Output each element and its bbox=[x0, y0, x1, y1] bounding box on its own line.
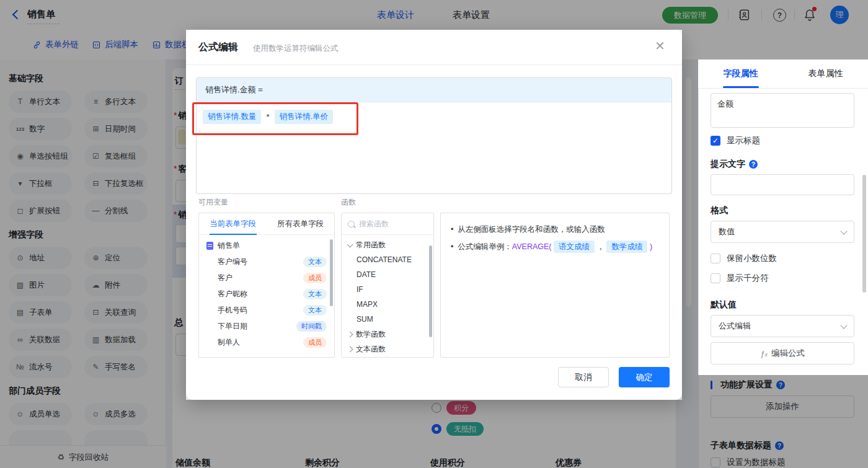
variable-field-name: 下单日期 bbox=[218, 321, 296, 332]
field-type-badge: 成员 bbox=[303, 337, 327, 348]
variable-field-row[interactable]: 下单日期时间戳 bbox=[199, 318, 334, 334]
search-icon bbox=[348, 221, 355, 227]
function-group-name: 文本函数 bbox=[356, 344, 386, 355]
checkbox-checked-icon[interactable]: ✓ bbox=[711, 136, 720, 146]
format-select[interactable]: 数值 bbox=[711, 221, 854, 243]
app-window: 销售单 表单设计 表单设置 数据管理 ? 理 表单外链 后端脚本 数据权限 bbox=[0, 0, 868, 468]
field-type-badge: 文本 bbox=[303, 257, 327, 267]
tab-field-properties[interactable]: 字段属性 bbox=[698, 60, 783, 88]
thousand-separator-checkbox-row[interactable]: 显示千分符 bbox=[711, 273, 769, 284]
function-group-row[interactable]: 常用函数 bbox=[342, 237, 433, 252]
function-item-row[interactable]: MAPX bbox=[342, 297, 433, 312]
modal-overlay[interactable] bbox=[698, 375, 868, 468]
modal-title: 公式编辑 bbox=[198, 41, 238, 54]
field-type-badge: 文本 bbox=[303, 305, 327, 316]
example-chip: 数学成绩 bbox=[606, 241, 647, 253]
function-item-row[interactable]: CONCATENATE bbox=[342, 252, 433, 267]
formula-editor-box: 销售详情.金额 = 销售详情.数量*销售详情.单价 bbox=[196, 77, 672, 194]
checkbox-unchecked-icon[interactable] bbox=[711, 254, 720, 263]
example-chip: 语文成绩 bbox=[554, 241, 595, 253]
close-icon[interactable]: ✕ bbox=[655, 40, 665, 52]
tab-current-form-fields[interactable]: 当前表单字段 bbox=[199, 213, 267, 234]
hint-text-input[interactable] bbox=[711, 174, 854, 195]
drawer-scrollbar[interactable] bbox=[862, 175, 866, 293]
function-item-row[interactable]: SUM bbox=[342, 312, 433, 327]
fx-icon: ƒx bbox=[760, 349, 768, 358]
variable-field-name: 客户昵称 bbox=[218, 289, 303, 299]
chevron-down-icon bbox=[840, 322, 847, 329]
confirm-button[interactable]: 确定 bbox=[619, 367, 670, 387]
annotation-highlight-rect bbox=[192, 102, 358, 135]
variable-field-name: 客户 bbox=[218, 273, 303, 283]
variable-field-row[interactable]: 客户昵称文本 bbox=[199, 286, 334, 302]
variable-field-row[interactable]: 客户编号文本 bbox=[199, 254, 334, 270]
help-icon[interactable]: ? bbox=[749, 160, 758, 169]
variable-field-row[interactable]: 手机号码文本 bbox=[199, 302, 334, 318]
show-title-checkbox-row[interactable]: ✓ 显示标题 bbox=[711, 135, 760, 146]
variable-tree-root[interactable]: 销售单 bbox=[199, 237, 334, 254]
modal-header-divider bbox=[186, 64, 682, 65]
tab-form-properties[interactable]: 表单属性 bbox=[783, 60, 868, 88]
function-item-row[interactable]: IF bbox=[342, 282, 433, 297]
variables-panel: 当前表单字段 所有表单字段 销售单客户编号文本客户成员客户昵称文本手机号码文本下… bbox=[198, 213, 335, 358]
functions-scrollbar[interactable] bbox=[429, 245, 432, 337]
form-doc-icon bbox=[206, 242, 213, 250]
field-type-badge: 时间戳 bbox=[296, 321, 327, 332]
field-type-badge: 文本 bbox=[303, 289, 327, 299]
function-search-placeholder: 搜索函数 bbox=[359, 219, 389, 229]
modal-overlay[interactable] bbox=[698, 0, 868, 60]
variables-tabs: 当前表单字段 所有表单字段 bbox=[199, 213, 334, 235]
function-group-row[interactable]: 文本函数 bbox=[342, 342, 433, 356]
function-item-row[interactable]: DATE bbox=[342, 267, 433, 282]
field-type-badge: 成员 bbox=[303, 273, 327, 283]
field-title-input[interactable]: 金额 bbox=[711, 93, 854, 128]
function-group-name: 数学函数 bbox=[356, 329, 386, 340]
hint-text-label: 提示文字? bbox=[711, 159, 758, 170]
modal-overlay[interactable] bbox=[186, 400, 682, 468]
cancel-button[interactable]: 取消 bbox=[558, 367, 609, 387]
modal-overlay[interactable] bbox=[682, 0, 698, 468]
function-search-box[interactable]: 搜索函数 bbox=[342, 213, 433, 235]
edit-formula-button[interactable]: ƒx 编辑公式 bbox=[711, 342, 854, 364]
default-value-select[interactable]: 公式编辑 bbox=[711, 315, 854, 337]
variable-field-row[interactable]: 制单人成员 bbox=[199, 334, 334, 350]
function-group-name: 常用函数 bbox=[356, 240, 386, 250]
variables-label: 可用变量 bbox=[198, 197, 228, 208]
modal-overlay[interactable] bbox=[0, 0, 186, 468]
formula-target: 销售详情.金额 = bbox=[197, 78, 671, 102]
hint-line-2: • 公式编辑举例：AVERAGE( 语文成绩 ， 数学成绩 ) bbox=[451, 238, 659, 255]
hint-line-1: • 从左侧面板选择字段名和函数，或输入函数 bbox=[451, 221, 659, 238]
keep-decimal-checkbox-row[interactable]: 保留小数位数 bbox=[711, 253, 777, 264]
drawer-tabs: 字段属性 表单属性 bbox=[698, 60, 868, 89]
modal-overlay[interactable] bbox=[186, 0, 682, 30]
function-group-row[interactable]: 数学函数 bbox=[342, 327, 433, 342]
variable-field-row[interactable]: 客户成员 bbox=[199, 270, 334, 286]
chevron-down-icon bbox=[347, 241, 353, 247]
variable-field-name: 客户编号 bbox=[218, 257, 303, 267]
variable-field-name: 手机号码 bbox=[218, 305, 303, 316]
format-label: 格式 bbox=[711, 205, 728, 216]
variable-field-name: 制单人 bbox=[218, 337, 303, 348]
default-value-label: 默认值 bbox=[711, 299, 737, 311]
modal-subtitle: 使用数学运算符编辑公式 bbox=[253, 43, 339, 54]
tab-all-form-fields[interactable]: 所有表单字段 bbox=[267, 213, 334, 234]
formula-editor-modal: 公式编辑 使用数学运算符编辑公式 ✕ 销售详情.金额 = 销售详情.数量*销售详… bbox=[186, 30, 682, 400]
hint-panel: • 从左侧面板选择字段名和函数，或输入函数 • 公式编辑举例：AVERAGE( … bbox=[440, 213, 670, 358]
chevron-right-icon bbox=[347, 331, 353, 337]
functions-panel: 搜索函数 常用函数CONCATENATEDATEIFMAPXSUM数学函数文本函… bbox=[341, 213, 434, 358]
variables-scrollbar[interactable] bbox=[330, 239, 333, 306]
functions-label: 函数 bbox=[341, 197, 356, 208]
chevron-down-icon bbox=[840, 227, 847, 234]
checkbox-unchecked-icon[interactable] bbox=[711, 273, 720, 283]
chevron-right-icon bbox=[347, 346, 353, 352]
